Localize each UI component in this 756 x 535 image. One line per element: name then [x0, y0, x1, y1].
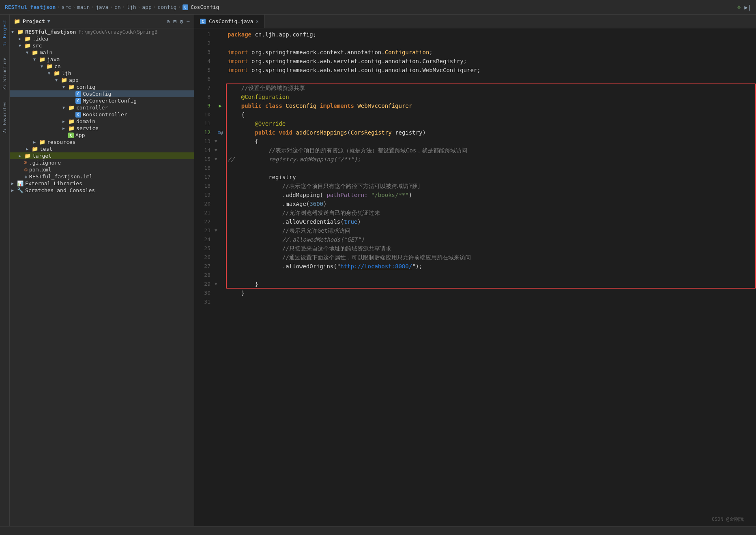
gutter-12-override[interactable]: ⊙ @ — [215, 128, 226, 137]
ln-2: 2 — [194, 39, 210, 48]
tree-java[interactable]: ▼ 📁 java — [10, 56, 194, 63]
tree-iml[interactable]: ◈ RESTful_fastjson.iml — [10, 173, 194, 180]
gutter-4 — [215, 57, 226, 66]
tree-resources[interactable]: ▶ 📁 resources — [10, 139, 194, 146]
import-2-pkg: org.springframework.web.servlet.config.a… — [248, 57, 467, 66]
service-arrow: ▶ — [62, 126, 68, 131]
tree-bookcontroller[interactable]: C BookController — [10, 111, 194, 118]
src-label: src — [32, 43, 42, 49]
comment-25: //只接受来自这个地址的跨域资源共享请求 — [228, 244, 391, 253]
breadcrumb-cosconfig[interactable]: CosConfig — [191, 4, 219, 10]
config-arrow: ▼ — [62, 85, 68, 89]
sp-12b — [292, 128, 296, 137]
fold-29-icon[interactable]: ▼ — [215, 280, 217, 289]
breadcrumb-main[interactable]: main — [77, 4, 90, 10]
src-arrow: ▼ — [19, 43, 24, 48]
breadcrumb-java[interactable]: java — [96, 4, 108, 10]
collapse-all-icon[interactable]: ⊟ — [173, 18, 176, 25]
tree-domain[interactable]: ▶ 📁 domain — [10, 118, 194, 125]
ln-21: 21 — [194, 208, 210, 217]
breadcrumb-config[interactable]: config — [157, 4, 176, 10]
tree-target[interactable]: ▶ 📁 target — [10, 152, 194, 159]
tab-structure[interactable]: Z: Structure — [1, 56, 8, 91]
breadcrumb-sep-6: › — [138, 4, 141, 10]
tree-app-class[interactable]: C App — [10, 132, 194, 139]
panel-title: 📁 Project ▼ — [14, 18, 50, 24]
tree-root[interactable]: ▼ 📁 RESTful_fastjson F:\myCode\crazyCode… — [10, 28, 194, 35]
ln-24: 24 — [194, 235, 210, 244]
ln-25: 25 — [194, 244, 210, 253]
breadcrumb-app[interactable]: app — [142, 4, 151, 10]
iml-icon: ◈ — [24, 173, 28, 180]
fold-15-icon[interactable]: ▼ — [215, 155, 217, 164]
code-line-19: .addMapping( pathPattern: "/books/**") — [228, 190, 756, 199]
code-line-15: // registry.addMapping("/**"); — [228, 155, 756, 164]
kw-void-12: void — [279, 128, 292, 137]
breadcrumb-project[interactable]: RESTful_fastjson — [5, 4, 56, 10]
kw-package: package — [228, 30, 251, 39]
domain-folder-icon: 📁 — [68, 118, 75, 124]
tree-cosconfig[interactable]: C CosConfig — [10, 90, 194, 97]
tab-favorites[interactable]: 2: Favorites — [1, 100, 8, 135]
close-panel-icon[interactable]: − — [187, 18, 190, 25]
tree-app[interactable]: ▼ 📁 app — [10, 77, 194, 83]
tree-test[interactable]: ▶ 📁 test — [10, 146, 194, 152]
link-localhost[interactable]: http://locahost:8080/ — [340, 262, 412, 271]
tree-controller[interactable]: ▼ 📁 controller — [10, 104, 194, 111]
tree-pomxml[interactable]: ⚙ pom.xml — [10, 166, 194, 173]
mcc-java-icon: C — [75, 98, 81, 104]
comment-18: //表示这个项目只有这个路径下方法可以被跨域访问到 — [228, 182, 420, 190]
indent-12 — [228, 128, 255, 137]
panel-dropdown-arrow[interactable]: ▼ — [47, 19, 50, 24]
navigate-icon[interactable]: ⌖ — [737, 3, 741, 12]
gutter-9-run[interactable]: ▶ — [215, 101, 226, 110]
class-cosconfig: CosConfig — [286, 101, 316, 110]
tree-myconverterconfig[interactable]: C MyConverterConfig — [10, 97, 194, 104]
cn-folder-icon: 📁 — [46, 63, 53, 69]
app-class-label: App — [75, 132, 85, 138]
tab-project[interactable]: 1: Project — [1, 18, 8, 48]
tree-service[interactable]: ▶ 📁 service — [10, 125, 194, 132]
editor-tab-cosconfig[interactable]: C CosConfig.java × — [194, 15, 265, 28]
target-arrow: ▶ — [19, 154, 24, 158]
fold-14-icon[interactable]: ▼ — [215, 146, 217, 155]
tree-main[interactable]: ▼ 📁 main — [10, 49, 194, 56]
code-line-28 — [228, 271, 756, 280]
sp-9a — [262, 101, 265, 110]
scratches-label: Scratches and Consoles — [25, 187, 95, 193]
breadcrumb-src[interactable]: src — [62, 4, 71, 10]
ext-arrow: ▶ — [11, 181, 17, 186]
run-icon[interactable]: ▶ — [219, 101, 221, 110]
ln-8: 8 — [194, 92, 210, 101]
gutter-27 — [215, 262, 226, 271]
tab-close-btn[interactable]: × — [256, 19, 259, 24]
ln-20: 20 — [194, 199, 210, 208]
fold-13-icon[interactable]: ▼ — [215, 137, 217, 146]
ln-7: 7 — [194, 83, 210, 92]
fold-23-icon[interactable]: ▼ — [215, 226, 217, 235]
tree-gitignore[interactable]: ⌘ .gitignore — [10, 159, 194, 166]
tree-idea[interactable]: ▶ 📁 .idea — [10, 35, 194, 42]
bc-label: BookController — [83, 111, 127, 118]
tree-scratches[interactable]: ▶ 🔧 Scratches and Consoles — [10, 187, 194, 194]
paren-22: ) — [357, 217, 361, 226]
code-line-25: //只接受来自这个地址的跨域资源共享请求 — [228, 244, 756, 253]
code-line-14: //表示对这个项目的所有资源（就是方法）都设置跨域Cos，就是都能跨域访问 — [228, 146, 756, 155]
tree-config[interactable]: ▼ 📁 config — [10, 83, 194, 90]
settings-icon[interactable]: ⚙ — [180, 18, 183, 25]
tree-ext-libs[interactable]: ▶ 📊 External Libraries — [10, 180, 194, 187]
tree-cn[interactable]: ▼ 📁 cn — [10, 63, 194, 70]
breadcrumb-cn[interactable]: cn — [114, 4, 121, 10]
breadcrumb-ljh[interactable]: ljh — [127, 4, 136, 10]
code-line-1: package cn.ljh.app.config; — [228, 30, 756, 39]
ln-23: 23 — [194, 226, 210, 235]
code-editor[interactable]: 1 2 3 4 5 6 7 8 9 10 11 12 13 14 15 16 1… — [194, 28, 756, 526]
tree-ljh[interactable]: ▼ 📁 ljh — [10, 70, 194, 77]
tree-src[interactable]: ▼ 📁 src — [10, 42, 194, 49]
more-icon[interactable]: ▶| — [744, 4, 751, 11]
code-content[interactable]: package cn.ljh.app.config; import org.sp… — [226, 28, 756, 526]
ln-3: 3 — [194, 48, 210, 57]
locate-icon[interactable]: ⊕ — [166, 18, 170, 25]
editor-area: C CosConfig.java × 1 2 3 4 5 6 7 8 9 10 … — [194, 15, 756, 526]
gutter-22 — [215, 217, 226, 226]
